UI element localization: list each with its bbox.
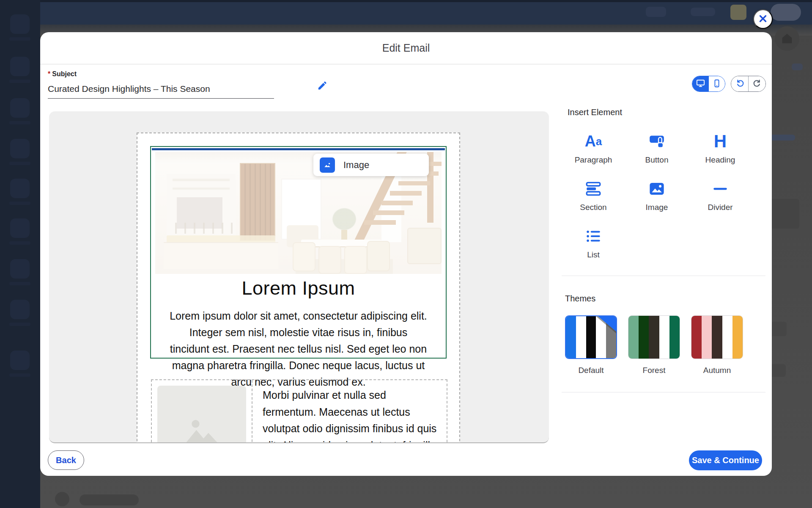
insert-button-button[interactable]: Button xyxy=(627,132,686,168)
subject-field-group: *Subject xyxy=(48,70,274,99)
sidebar-ghost-label xyxy=(9,121,30,124)
sidebar-ghost-icon xyxy=(10,218,30,238)
sidebar-ghost-icon xyxy=(10,259,30,279)
modal-header: Edit Email xyxy=(40,32,772,64)
button-icon xyxy=(647,132,666,151)
undo-icon xyxy=(735,78,745,89)
desktop-icon xyxy=(696,78,705,89)
heading-icon: H xyxy=(714,132,727,151)
element-label: Paragraph xyxy=(575,155,612,165)
selected-hero-block[interactable]: Lorem Ipsum Lorem ipsum dolor sit amet, … xyxy=(150,146,447,359)
theme-swatch xyxy=(565,315,617,359)
pencil-icon xyxy=(317,86,328,92)
sidebar-ghost-icon xyxy=(10,179,30,198)
insert-paragraph-button[interactable]: Aa Paragraph xyxy=(564,132,623,168)
mobile-mode-button[interactable] xyxy=(709,76,725,91)
save-continue-button[interactable]: Save & Continue xyxy=(689,450,762,470)
sidebar-ghost-label xyxy=(9,162,30,165)
themes-row: Default Forest Autumn xyxy=(562,315,765,375)
image-drag-chip[interactable]: Image xyxy=(313,154,429,176)
insert-heading-button[interactable]: H Heading xyxy=(691,132,750,168)
insert-list-button[interactable]: List xyxy=(564,226,623,263)
theme-autumn[interactable]: Autumn xyxy=(691,315,743,375)
home-icon xyxy=(775,26,799,51)
panel-divider xyxy=(562,392,765,392)
navbar-ghost-button xyxy=(771,4,801,21)
hero-paragraph[interactable]: Lorem ipsum dolor sit amet, consectetur … xyxy=(151,308,446,390)
theme-default[interactable]: Default xyxy=(565,315,617,375)
sidebar-ghost-label xyxy=(9,202,30,205)
app-navbar xyxy=(0,0,812,25)
navbar-ghost-item xyxy=(646,7,666,17)
element-label: List xyxy=(587,250,600,260)
page-ghost-item xyxy=(80,494,139,505)
close-icon xyxy=(757,13,768,25)
element-label: Heading xyxy=(705,155,735,165)
theme-forest[interactable]: Forest xyxy=(628,315,680,375)
sidebar-ghost-icon xyxy=(10,14,30,34)
sidebar-ghost-icon xyxy=(10,98,30,118)
sidebar-ghost-icon xyxy=(10,139,30,158)
hero-text-area: Lorem Ipsum Lorem ipsum dolor sit amet, … xyxy=(151,277,446,390)
desktop-mode-button[interactable] xyxy=(692,76,709,91)
navbar-ghost-item xyxy=(691,8,715,16)
divider-icon xyxy=(711,179,729,199)
element-label: Divider xyxy=(708,203,732,212)
sidebar-ghost-icon xyxy=(10,57,30,76)
panel-divider xyxy=(562,276,765,276)
theme-swatch xyxy=(691,315,743,359)
sidebar-ghost-icon xyxy=(10,300,30,319)
theme-swatch xyxy=(628,315,680,359)
edit-email-modal: Edit Email *Subject xyxy=(40,32,772,476)
paragraph-icon: Aa xyxy=(585,132,602,151)
page-ghost-item xyxy=(770,135,795,141)
sidebar-ghost-label xyxy=(9,323,30,326)
app-sidebar xyxy=(0,0,40,508)
page-ghost-item xyxy=(770,199,799,229)
photo-placeholder-icon xyxy=(182,411,221,443)
navbar-ghost-avatar xyxy=(730,5,746,20)
mobile-icon xyxy=(712,79,721,89)
sidebar-ghost-icon xyxy=(10,351,30,370)
theme-name: Default xyxy=(578,366,604,375)
theme-name: Autumn xyxy=(703,366,731,375)
image-icon xyxy=(320,157,335,173)
hero-heading[interactable]: Lorem Ipsum xyxy=(151,277,446,299)
redo-button[interactable] xyxy=(748,76,765,91)
subject-label-text: Subject xyxy=(52,70,77,77)
sidebar-ghost-label xyxy=(9,37,30,41)
subject-input[interactable] xyxy=(48,83,274,99)
image-icon xyxy=(648,179,666,199)
required-asterisk: * xyxy=(48,70,50,77)
preview-mode-toggle xyxy=(692,76,725,92)
themes-title: Themes xyxy=(562,294,765,304)
undo-button[interactable] xyxy=(731,76,748,91)
insert-image-button[interactable]: Image xyxy=(627,179,686,215)
element-label: Image xyxy=(646,203,668,212)
sidebar-ghost-label xyxy=(9,282,30,285)
element-label: Section xyxy=(580,203,606,212)
sidebar-ghost-label xyxy=(9,241,30,245)
list-icon xyxy=(584,226,602,246)
subject-label: *Subject xyxy=(48,70,274,78)
section-icon xyxy=(584,179,602,199)
section-paragraph[interactable]: Morbi pulvinar et nulla sed fermentum. M… xyxy=(252,380,447,443)
undo-redo-group xyxy=(731,76,766,92)
insert-section-button[interactable]: Section xyxy=(564,179,623,215)
edit-subject-button[interactable] xyxy=(316,80,329,92)
insert-element-panel: Insert Element Aa Paragraph Button H Hea… xyxy=(562,108,765,392)
sidebar-ghost-label xyxy=(9,373,30,377)
insert-divider-button[interactable]: Divider xyxy=(691,179,750,215)
modal-title: Edit Email xyxy=(382,42,430,54)
back-button[interactable]: Back xyxy=(48,450,84,470)
email-preview-canvas: Lorem Ipsum Lorem ipsum dolor sit amet, … xyxy=(49,111,549,443)
image-placeholder[interactable] xyxy=(157,386,246,443)
close-modal-button[interactable] xyxy=(753,9,773,29)
sidebar-ghost-label xyxy=(9,80,30,83)
page-ghost-item xyxy=(55,492,69,506)
two-column-section[interactable]: Morbi pulvinar et nulla sed fermentum. M… xyxy=(151,379,447,443)
page-ghost-item xyxy=(792,64,803,70)
section-image-column[interactable] xyxy=(152,380,252,443)
redo-icon xyxy=(752,78,762,89)
email-body-container[interactable]: Lorem Ipsum Lorem ipsum dolor sit amet, … xyxy=(137,133,460,443)
